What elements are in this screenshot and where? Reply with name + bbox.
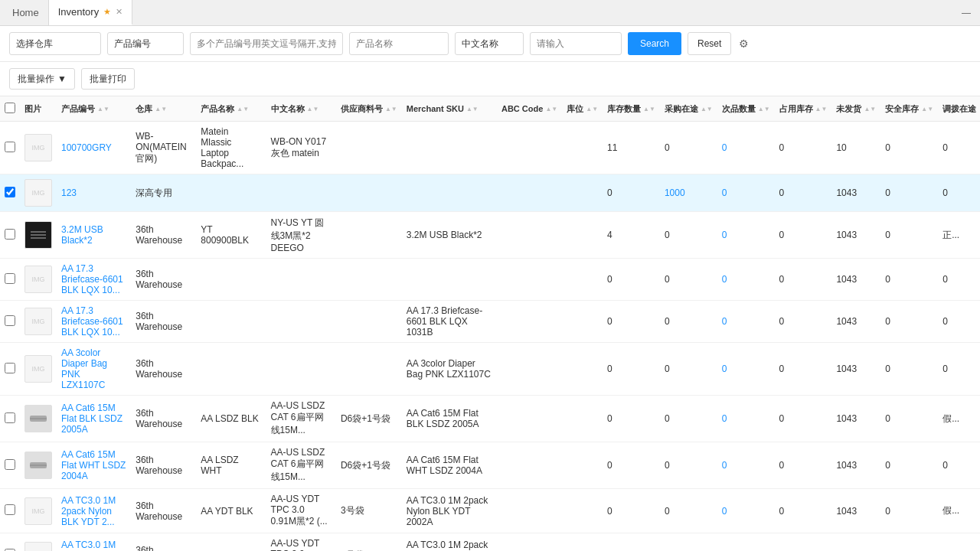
product-code-input[interactable] (190, 32, 343, 55)
th-occupied[interactable]: 占用库存▲▼ (775, 96, 832, 122)
th-merchant-sku[interactable]: Merchant SKU▲▼ (402, 96, 497, 122)
product-code-link[interactable]: AA 3color Diaper Bag PNK LZX1107C (61, 347, 107, 390)
occupied-cell: 0 (775, 489, 832, 533)
safety-cell: 0 (880, 489, 938, 533)
sort-warehouse[interactable]: ▲▼ (155, 106, 167, 112)
product-code-link[interactable]: AA Cat6 15M Flat BLK LSDZ 2005A (61, 403, 122, 435)
th-select-all[interactable] (0, 96, 20, 122)
product-code-link[interactable]: AA 17.3 Briefcase-6601 BLK LQX 10... (61, 305, 123, 337)
transfer-cell: 0 (938, 301, 980, 343)
tab-inventory[interactable]: Inventory ★ ✕ (49, 0, 132, 25)
reset-button[interactable]: Reset (688, 32, 731, 55)
merchant-sku-cell: AA TC3.0 1M 2pack Nylon BWT YDT 2003A (402, 533, 497, 552)
occupied-cell: 0 (775, 259, 832, 301)
th-location[interactable]: 库位▲▼ (562, 96, 603, 122)
th-transfer[interactable]: 调拨在途▲▼ (938, 96, 980, 122)
sort-location[interactable]: ▲▼ (586, 106, 598, 112)
th-supplier-code[interactable]: 供应商料号▲▼ (336, 96, 402, 122)
product-name-cell (196, 301, 266, 343)
close-icon[interactable]: ✕ (116, 7, 122, 17)
defective-value[interactable]: 0 (722, 187, 727, 198)
th-warehouse[interactable]: 仓库▲▼ (131, 96, 196, 122)
sort-cn-name[interactable]: ▲▼ (307, 106, 319, 112)
defective-value[interactable]: 0 (722, 413, 727, 424)
abc-code-cell (497, 489, 562, 533)
row-checkbox[interactable] (5, 504, 15, 515)
search-button[interactable]: Search (628, 32, 681, 55)
defective-value[interactable]: 0 (722, 460, 727, 471)
defective-value[interactable]: 0 (722, 142, 727, 153)
stock-cell: 4 (603, 212, 660, 259)
sort-stock[interactable]: ▲▼ (643, 106, 655, 112)
sort-product-name[interactable]: ▲▼ (237, 106, 249, 112)
occupied-cell: 0 (775, 442, 832, 489)
supplier-code-cell (336, 301, 402, 343)
row-checkbox[interactable] (5, 187, 15, 197)
sort-abc-code[interactable]: ▲▼ (545, 106, 557, 112)
row-checkbox[interactable] (5, 315, 15, 326)
th-defective[interactable]: 次品数量▲▼ (717, 96, 775, 122)
transfer-cell: 假... (938, 396, 980, 442)
location-cell (562, 174, 603, 212)
defective-value[interactable]: 0 (722, 316, 727, 327)
product-code-link[interactable]: 3.2M USB Black*2 (61, 224, 103, 246)
product-code-link[interactable]: AA TC3.0 1M 2pack Nylon BLK YDT 2... (61, 495, 116, 527)
tab-home[interactable]: Home (3, 0, 49, 25)
product-code-select[interactable]: 产品编号 (107, 32, 184, 55)
th-cn-name[interactable]: 中文名称▲▼ (266, 96, 336, 122)
row-checkbox[interactable] (5, 412, 15, 423)
row-checkbox[interactable] (5, 142, 15, 152)
select-all-checkbox[interactable] (5, 103, 15, 113)
product-code-link[interactable]: AA Cat6 15M Flat WHT LSDZ 2004A (61, 449, 126, 481)
th-purchase-transit[interactable]: 采购在途▲▼ (660, 96, 717, 122)
cn-name-select[interactable]: 中文名称 (455, 32, 524, 55)
row-checkbox[interactable] (5, 229, 15, 240)
warehouse-select[interactable]: 选择仓库 (9, 32, 101, 55)
product-code-link[interactable]: 100700GRY (61, 142, 112, 153)
batch-operations-button[interactable]: 批量操作 ▼ (9, 68, 75, 90)
stock-cell: 0 (603, 442, 660, 489)
defective-value[interactable]: 0 (722, 364, 727, 374)
cn-name-cell: WB-ON Y017灰色 matein (266, 122, 336, 174)
merchant-sku-cell: AA Cat6 15M Flat BLK LSDZ 2005A (402, 396, 497, 442)
batch-print-button[interactable]: 批量打印 (81, 68, 135, 90)
product-code-link[interactable]: AA TC3.0 1M 2pack Nylon BWT YDT ... (61, 540, 116, 552)
sort-occupied[interactable]: ▲▼ (815, 106, 828, 112)
cn-name-cell (266, 174, 336, 212)
defective-cell: 0 (717, 301, 775, 343)
product-name-input[interactable] (349, 32, 449, 55)
unshipped-cell: 1043 (831, 533, 880, 552)
star-icon[interactable]: ★ (103, 7, 111, 17)
row-checkbox[interactable] (5, 459, 15, 470)
defective-cell: 0 (717, 212, 775, 259)
sort-defective[interactable]: ▲▼ (758, 106, 770, 112)
sort-product-code[interactable]: ▲▼ (97, 106, 109, 112)
th-abc-code[interactable]: ABC Code▲▼ (497, 96, 562, 122)
sort-supplier-code[interactable]: ▲▼ (385, 106, 397, 112)
sort-safety[interactable]: ▲▼ (921, 106, 933, 112)
sort-purchase-transit[interactable]: ▲▼ (701, 106, 713, 112)
defective-value[interactable]: 0 (722, 230, 727, 240)
table-row: AA Cat6 15M Flat WHT LSDZ 2004A36th Ware… (0, 442, 980, 489)
row-checkbox[interactable] (5, 273, 15, 284)
th-stock[interactable]: 库存数量▲▼ (603, 96, 660, 122)
sort-unshipped[interactable]: ▲▼ (864, 106, 876, 112)
product-code-link[interactable]: 123 (61, 187, 77, 198)
th-product-name[interactable]: 产品名称▲▼ (196, 96, 266, 122)
stock-cell: 0 (603, 174, 660, 212)
th-safety[interactable]: 安全库存▲▼ (880, 96, 938, 122)
purchase-transit-link[interactable]: 1000 (665, 187, 685, 198)
warehouse-cell: 36th Warehouse (131, 343, 196, 396)
defective-value[interactable]: 0 (722, 274, 727, 285)
product-code-link[interactable]: AA 17.3 Briefcase-6601 BLK LQX 10... (61, 263, 123, 295)
table-row: IMGAA 17.3 Briefcase-6601 BLK LQX 10...3… (0, 259, 980, 301)
th-unshipped[interactable]: 未发货▲▼ (831, 96, 880, 122)
safety-cell: 0 (880, 442, 938, 489)
th-product-code[interactable]: 产品编号▲▼ (57, 96, 131, 122)
row-checkbox[interactable] (5, 363, 15, 373)
minimize-icon[interactable]: — (962, 8, 971, 18)
sort-merchant-sku[interactable]: ▲▼ (466, 106, 479, 112)
cn-name-input[interactable] (530, 32, 622, 55)
filter-icon[interactable]: ⚙ (739, 37, 749, 50)
defective-value[interactable]: 0 (722, 506, 727, 517)
